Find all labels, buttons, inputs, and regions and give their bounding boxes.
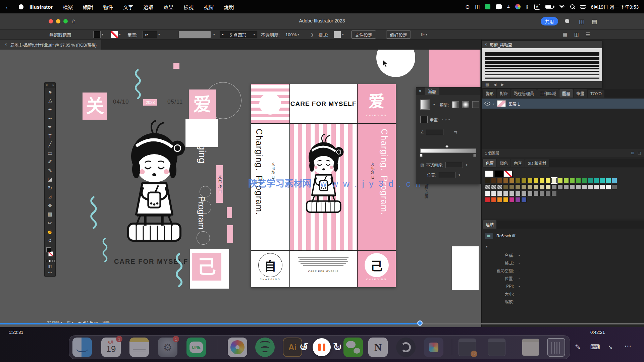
gradient-stop-left[interactable] [420,154,423,157]
panel-tab-色票[interactable]: 色票 [483,159,496,167]
color-swatch[interactable] [509,178,515,183]
freeform-gradient-icon[interactable] [472,101,479,108]
color-swatch[interactable] [485,184,490,190]
menu-item-效果[interactable]: 效果 [163,3,173,10]
paintbrush-tool[interactable]: ✐ [45,158,55,166]
battery-icon[interactable] [545,5,553,9]
magic-wand-tool[interactable]: ✦ [45,105,55,114]
color-swatch[interactable] [606,178,611,183]
color-swatch[interactable] [539,184,545,190]
back-arrow-icon[interactable]: ← [5,3,11,11]
color-swatch[interactable] [600,184,605,190]
color-swatch[interactable] [612,184,617,190]
align-options[interactable]: ⊪▾ [421,31,427,38]
messages-icon[interactable] [496,4,502,9]
color-swatch[interactable] [485,178,490,183]
color-swatch[interactable] [582,178,587,183]
color-swatch[interactable] [606,184,611,190]
color-swatch[interactable] [576,178,581,183]
arrange-documents-icon[interactable]: ◫ [579,18,584,25]
panel-tab-筆畫[interactable]: 筆畫 [574,89,587,98]
color-swatch[interactable] [503,178,508,183]
color-swatch[interactable] [533,184,539,190]
menu-list-icon[interactable]: ☰ [586,31,590,38]
color-swatch[interactable] [521,184,527,190]
prev-library-icon[interactable]: ◀ [493,82,496,87]
screen-mirroring-icon[interactable]: ⊙ [465,4,470,10]
stroke-color-well[interactable]: ▾ [111,31,121,38]
selection-tool[interactable]: ➤ [45,88,55,97]
gradient-tool[interactable]: ▧ [45,210,55,219]
color-swatch[interactable] [527,184,533,190]
lasso-tool[interactable]: ∽ [45,114,55,123]
color-swatch[interactable] [551,191,557,196]
menu-item-檔案[interactable]: 檔案 [63,3,73,10]
color-swatch[interactable] [564,178,569,183]
color-swatch[interactable] [497,178,502,183]
direct-selection-tool[interactable]: ▷ [45,97,55,105]
brush-stroke-preview[interactable] [485,57,599,60]
links-panel-tab[interactable]: 連結 [483,220,496,229]
menu-item-文字[interactable]: 文字 [123,3,133,10]
color-swatch[interactable] [485,170,494,177]
eyedropper-tool[interactable]: ✑ [45,219,55,227]
gradient-fill-chip[interactable] [420,100,430,110]
color-swatch[interactable] [509,184,515,190]
color-swatch[interactable] [551,184,557,190]
width-profile-caret[interactable]: ▾ [212,31,215,38]
brush-stroke-preview[interactable] [485,71,599,72]
preferences-button[interactable]: 偏好設定 [386,31,411,39]
control-center-icon[interactable] [580,5,586,9]
delete-layer-icon[interactable]: ▢ [638,151,641,155]
color-swatch[interactable] [491,178,496,183]
panel-tab-顏色[interactable]: 顏色 [497,159,511,167]
color-swatch[interactable] [545,184,551,190]
color-swatch[interactable] [588,184,593,190]
layer-thumbnail[interactable] [497,100,506,107]
bluetooth-icon[interactable]: ᛒ [526,4,529,10]
linear-gradient-icon[interactable] [452,101,459,108]
gradient-stop-right[interactable] [473,154,476,157]
wifi-icon[interactable] [559,5,565,9]
document-arrange-icon[interactable]: ◫ [574,31,579,38]
link-item-row[interactable]: Rc6ewb.tif [482,231,644,241]
style-swatch[interactable]: ▾ [334,31,344,38]
brush-stroke-preview[interactable] [485,65,599,67]
color-swatch[interactable] [515,178,521,183]
brush-stroke-preview[interactable] [485,68,599,69]
more-options-icon[interactable]: ⋯ [625,342,631,350]
gradient-position-field[interactable] [438,172,455,178]
pause-button[interactable] [313,338,331,356]
color-swatch[interactable] [612,178,617,183]
rectangle-tool[interactable]: ▭ [45,149,55,158]
skip-forward-button[interactable]: ↻30 [333,341,342,353]
menu-clock[interactable]: 6月19日 週一 下午9:53 [591,3,639,10]
more-tools-dots[interactable]: ••• [45,270,55,275]
brush-stroke-preview[interactable] [485,73,599,79]
close-document-icon[interactable]: × [5,42,7,47]
color-swatch[interactable] [533,178,539,183]
radial-gradient-icon[interactable] [462,101,469,108]
color-swatch[interactable] [497,184,502,190]
color-swatch[interactable] [504,170,513,177]
type-tool[interactable]: T [45,131,55,140]
color-swatch[interactable] [557,184,563,190]
eraser-tool[interactable]: ◪ [45,175,55,184]
color-swatch[interactable] [509,197,515,202]
color-swatch[interactable] [570,178,575,183]
color-swatch[interactable] [491,197,496,202]
new-layer-icon[interactable]: ⊞ [631,151,634,155]
color-swatch[interactable] [594,184,599,190]
brush-definition-dropdown[interactable]: • 5 点圆形 ▾ [220,31,257,38]
color-swatch[interactable] [515,191,521,196]
artboard-canvas[interactable]: 关 04/10 2023 05/11 爱 ging Program 充·电·项·… [0,50,481,327]
color-swatch[interactable] [570,184,575,190]
color-swatch[interactable] [539,178,545,183]
color-swatch[interactable] [485,197,490,202]
panel-tab-3D 和素材[interactable]: 3D 和素材 [525,159,549,167]
annotate-pencil-icon[interactable]: ✎ [575,343,581,351]
search-icon[interactable] [565,19,570,23]
color-swatch[interactable] [533,191,539,196]
panel-tab-對齊[interactable]: 對齊 [497,89,511,98]
gradient-opacity-field[interactable] [445,162,463,168]
